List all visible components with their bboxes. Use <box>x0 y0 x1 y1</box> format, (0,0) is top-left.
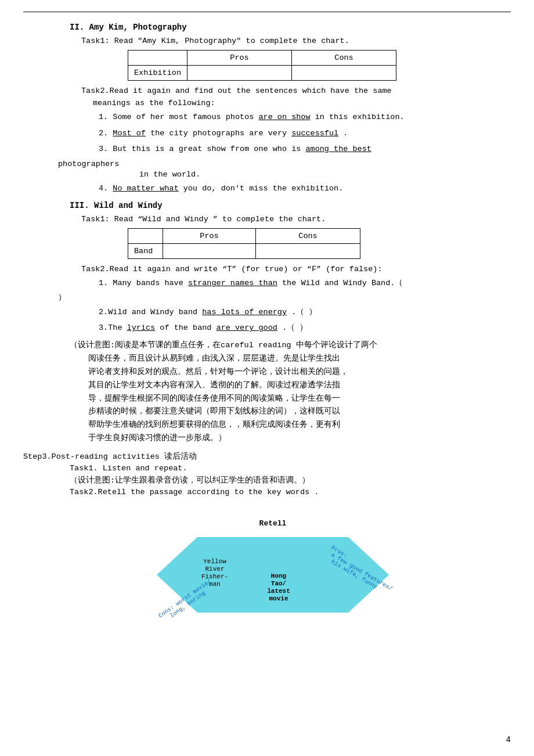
item2-1-after: in this exhibition. <box>315 113 405 121</box>
step3-title: Step3.Post-reading activities 读后活动 <box>23 451 511 462</box>
item3-3-underline2: are very good <box>217 323 277 332</box>
table1-cons-header: Cons <box>292 51 396 66</box>
item2-2: 2. Most of the city photographs are very… <box>99 127 511 140</box>
svg-text:Tao/: Tao/ <box>271 580 287 587</box>
task2-line2: meanings as the following: <box>93 99 511 107</box>
item2-2-underline2: successful <box>291 129 338 138</box>
svg-text:movie: movie <box>269 595 288 602</box>
chinese-note: （设计意图:阅读是本节课的重点任务，在careful reading 中每个评论… <box>70 339 511 446</box>
item3-1-underline: stranger names than <box>188 279 277 287</box>
task2b-line: Task2.Read it again and write “T” (for t… <box>81 265 511 273</box>
item2-2-after: . <box>343 129 348 138</box>
page-number: 4 <box>506 735 511 744</box>
retell-svg: Retell Yellow River Fisher- man Hong Tao… <box>151 508 395 642</box>
item2-2-mid: the city photographs are very <box>150 129 291 138</box>
table2: Pros Cons Band <box>128 228 360 259</box>
item2-3-underline: among the best <box>305 145 371 153</box>
item3-1-after: the Wild and Windy Band.（ <box>282 279 403 287</box>
chinese-note-inner: 阅读任务，而且设计从易到难，由浅入深，层层递进。先是让学生找出 评论者支持和反对… <box>70 354 348 443</box>
item3-3-underline1: lyrics <box>127 323 156 332</box>
item2-4: 4. No matter what you do, don't miss the… <box>99 182 511 195</box>
top-divider <box>23 12 511 12</box>
svg-text:latest: latest <box>267 588 290 595</box>
item2-1: 1. Some of her most famous photos are on… <box>99 111 511 124</box>
item2-4-underline: No matter what <box>113 184 178 193</box>
item2-1-underline: are on show <box>258 113 310 121</box>
item3-1-num: 1. Many bands have <box>99 279 188 287</box>
table2-pros-cell <box>163 243 256 258</box>
table2-row-label: Band <box>128 243 163 258</box>
item2-1-num: 1. Some of her most famous photos <box>99 113 254 121</box>
retell-center-label: Retell <box>259 519 287 528</box>
step3-task2: Task2.Retell the passage according to th… <box>70 488 511 496</box>
table1: Pros Cons Exhibition <box>128 50 396 81</box>
item2-3-cont: photographers <box>58 158 511 171</box>
task2-line1: Task2.Read it again and find out the sen… <box>81 87 511 95</box>
item2-3: 3. But this is a great show from one who… <box>99 143 511 156</box>
table2-pros-header: Pros <box>163 228 256 243</box>
table1-pros-cell <box>187 66 292 81</box>
task1b-label: Task1: Read “Wild and Windy ” to complet… <box>81 215 511 224</box>
item3-2-after: .（ ） <box>291 308 317 316</box>
retell-hongtao: Hong <box>271 573 286 579</box>
item2-3-num: 3. But this is a great show from one who… <box>99 145 305 153</box>
table1-cons-cell <box>292 66 396 81</box>
table1-pros-header: Pros <box>187 51 292 66</box>
section2-title: II. Amy Kim, Photography <box>70 23 511 32</box>
step3-note1: （设计意图:让学生跟着录音仿读，可以纠正学生的语音和语调。） <box>70 475 511 485</box>
item3-1-close: ） <box>58 292 511 303</box>
item3-2-underline: has lots of energy <box>202 308 287 316</box>
retell-fisherman: Yellow <box>203 558 226 565</box>
item3-1: 1. Many bands have stranger names than t… <box>99 277 511 290</box>
item2-4-num: 4. <box>99 184 113 193</box>
task1-label: Task1: Read "Amy Kim, Photography" to co… <box>81 37 511 45</box>
item3-3: 3.The lyrics of the band are very good .… <box>99 322 511 334</box>
item3-2: 2.Wild and Windy band has lots of energy… <box>99 306 511 319</box>
table1-row-label: Exhibition <box>128 66 187 81</box>
item3-3-mid: of the band <box>160 323 216 332</box>
item3-3-before: 3.The <box>99 323 127 332</box>
item3-3-after: .（ ） <box>282 323 308 332</box>
item2-4-after: you do, don't miss the exhibition. <box>183 184 343 193</box>
item2-2-underline1: Most of <box>113 129 146 138</box>
section3-title: III. Wild and Windy <box>70 201 511 210</box>
table2-cons-header: Cons <box>256 228 360 243</box>
retell-diagram: Retell Yellow River Fisher- man Hong Tao… <box>151 508 383 636</box>
item2-3-cont2: in the world. <box>139 170 511 179</box>
svg-text:River: River <box>205 566 224 573</box>
table2-cons-cell <box>256 243 360 258</box>
step3-task1: Task1. Listen and repeat. <box>70 464 511 473</box>
item2-2-num: 2. <box>99 129 113 138</box>
svg-text:Fisher-: Fisher- <box>201 573 228 580</box>
item3-2-before: 2.Wild and Windy band <box>99 308 202 316</box>
